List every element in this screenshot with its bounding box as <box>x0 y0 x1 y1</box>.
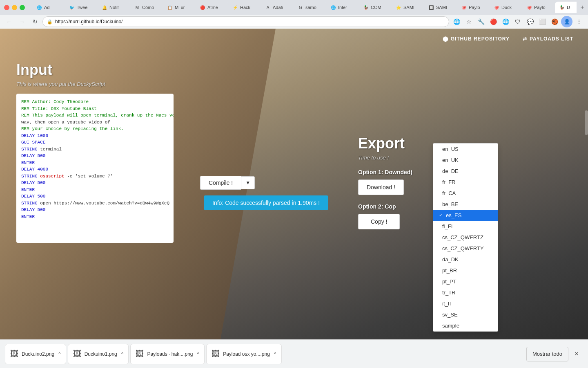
export-section: Export Time to use ! Option 1: Downded) … <box>358 135 412 229</box>
lang-option-cs_CZ_QWERTZ[interactable]: cs_CZ_QWERTZ <box>433 232 498 243</box>
lang-option-en_US[interactable]: en_US <box>433 144 498 155</box>
lang-label: en_US <box>442 146 459 152</box>
lang-option-da_DK[interactable]: da_DK <box>433 254 498 265</box>
lang-option-sample[interactable]: sample <box>433 320 498 331</box>
download-item[interactable]: 🖼 Payload osx yo....png ^ <box>206 344 281 364</box>
tab-label: Hack <box>240 5 250 10</box>
extension4-btn[interactable]: 🛡 <box>512 16 523 27</box>
address-bar[interactable]: 🔒 https://nurrl.github.io/Duckuino/ <box>42 16 449 27</box>
github-repo-label: GITHUB REPOSITORY <box>451 36 510 42</box>
bookmark-btn[interactable]: ☆ <box>463 16 474 27</box>
extension5-btn[interactable]: 💬 <box>524 16 536 27</box>
browser-tab-10[interactable]: 🌐Inter <box>326 2 359 13</box>
browser-tab-12[interactable]: ⭐SAMI <box>392 2 424 13</box>
lang-option-be_BE[interactable]: be_BE <box>433 199 498 210</box>
forward-button[interactable]: → <box>16 16 28 27</box>
option1-label: Option 1: Downded) <box>358 169 412 175</box>
extension7-btn[interactable]: 🏀 <box>549 16 560 27</box>
download-file-icon: 🖼 <box>73 349 81 359</box>
lang-option-pt_PT[interactable]: pt_PT <box>433 276 498 287</box>
lang-option-fr_CA[interactable]: fr_CA <box>433 188 498 199</box>
code-line: GUI SPACE <box>21 139 169 146</box>
close-downloads-button[interactable]: × <box>570 348 583 361</box>
lang-option-pt_BR[interactable]: pt_BR <box>433 265 498 276</box>
page-scrollbar[interactable] <box>585 110 588 135</box>
download-expand-icon[interactable]: ^ <box>197 351 199 357</box>
lang-option-fr_FR[interactable]: fr_FR <box>433 177 498 188</box>
browser-tab-7[interactable]: ⚡Hack <box>228 2 261 13</box>
browser-tab-13[interactable]: 🔲SAMI <box>424 2 457 13</box>
code-line: REM This payload will open terminal, cra… <box>21 112 169 119</box>
lang-option-cs_CZ_QWERTY[interactable]: cs_CZ_QWERTY <box>433 243 498 254</box>
browser-tab-1[interactable]: 🌐Ad <box>32 2 65 13</box>
lang-label: be_BE <box>442 201 458 207</box>
lang-option-fi_FI[interactable]: fi_FI <box>433 221 498 232</box>
minimize-window-btn[interactable] <box>12 5 17 10</box>
translate-btn[interactable]: 🌐 <box>451 16 462 27</box>
payloads-list-link[interactable]: ⇄ PAYLOADS LIST <box>516 33 580 45</box>
input-section: Input This is where you put the DuckyScr… <box>16 61 174 243</box>
lang-option-tr_TR[interactable]: tr_TR <box>433 287 498 298</box>
code-line: DELAY 500 <box>21 206 169 213</box>
option2-label: Option 2: Cop <box>358 203 412 210</box>
browser-tab-2[interactable]: 🐦Twee <box>65 2 98 13</box>
code-line: DELAY 4000 <box>21 166 169 173</box>
browser-tab-15[interactable]: 🐙Duck <box>490 2 522 13</box>
browser-tab-11[interactable]: 🦆COM <box>359 2 392 13</box>
browser-tab-3[interactable]: 🔔Notif <box>98 2 130 13</box>
browser-tab-4[interactable]: MCómo <box>130 2 163 13</box>
nav-bar: ← → ↻ 🔒 https://nurrl.github.io/Duckuino… <box>0 15 588 29</box>
browser-tab-6[interactable]: 🔴Atme <box>196 2 228 13</box>
download-item[interactable]: 🖼 Duckuino2.png ^ <box>5 344 66 364</box>
tab-bar: 🌐Ad🐦Twee🔔NotifMCómo📋Mi ur🔴Atme⚡HackAAdaf… <box>29 0 577 15</box>
lang-option-sv_SE[interactable]: sv_SE <box>433 309 498 320</box>
tab-label: Mi ur <box>175 5 185 10</box>
browser-tab-17[interactable]: 🦆D× <box>555 2 577 13</box>
download-item[interactable]: 🖼 Duckuino1.png ^ <box>68 344 129 364</box>
download-expand-icon[interactable]: ^ <box>58 351 61 357</box>
menu-btn[interactable]: ⋮ <box>573 16 585 27</box>
extension6-btn[interactable]: ⬜ <box>537 16 548 27</box>
code-editor[interactable]: REM Author: Cody TheodoreREM Title: OSX … <box>16 94 174 243</box>
compile-dropdown-button[interactable]: ▼ <box>241 176 255 189</box>
browser-tab-9[interactable]: Gsamo <box>294 2 326 13</box>
browser-tab-8[interactable]: AAdafi <box>261 2 294 13</box>
lang-option-en_UK[interactable]: en_UK <box>433 155 498 166</box>
back-button[interactable]: ← <box>3 16 15 27</box>
copy-button[interactable]: Copy ! <box>358 214 400 229</box>
browser-tab-5[interactable]: 📋Mi ur <box>163 2 196 13</box>
compile-button[interactable]: Compile ! <box>200 176 241 190</box>
code-line: STRING terminal <box>21 146 169 153</box>
tab-label: Ad <box>44 5 49 10</box>
extension2-btn[interactable]: 🔴 <box>488 16 499 27</box>
maximize-window-btn[interactable] <box>20 5 25 10</box>
download-expand-icon[interactable]: ^ <box>274 351 276 357</box>
reload-button[interactable]: ↻ <box>29 16 41 27</box>
payloads-icon: ⇄ <box>523 36 527 42</box>
show-all-downloads-button[interactable]: Mostrar todo <box>526 347 568 361</box>
code-line: DELAY 500 <box>21 180 169 186</box>
code-line: REM Author: Cody Theodore <box>21 99 169 105</box>
new-tab-button[interactable]: + <box>577 2 588 13</box>
downloads-bar: 🖼 Duckuino2.png ^ 🖼 Duckuino1.png ^ 🖼 Pa… <box>0 339 588 368</box>
download-expand-icon[interactable]: ^ <box>121 351 124 357</box>
download-button[interactable]: Download ! <box>358 180 404 195</box>
lang-option-it_IT[interactable]: it_IT <box>433 298 498 309</box>
browser-tab-14[interactable]: 🐙Paylo <box>457 2 490 13</box>
profile-button[interactable]: 👤 <box>561 16 572 27</box>
lang-label: de_DE <box>442 168 459 174</box>
download-item[interactable]: 🖼 Payloads · hak....png ^ <box>130 344 205 364</box>
download-filename: Duckuino1.png <box>85 351 117 357</box>
extension1-btn[interactable]: 🔧 <box>475 16 487 27</box>
code-line: ENTER <box>21 186 169 193</box>
github-repo-link[interactable]: ⬤ GITHUB REPOSITORY <box>436 33 516 45</box>
lang-option-de_DE[interactable]: de_DE <box>433 166 498 177</box>
code-line: REM your choice by replacing the link. <box>21 126 169 132</box>
tab-favicon: ⚡ <box>232 4 238 10</box>
browser-tab-16[interactable]: 🐙Paylo <box>522 2 555 13</box>
lang-label: pt_PT <box>442 278 457 285</box>
extension3-btn[interactable]: 🌐 <box>500 16 511 27</box>
tab-label: Paylo <box>469 5 480 10</box>
lang-option-es_ES[interactable]: ✓es_ES <box>433 210 498 221</box>
close-window-btn[interactable] <box>4 5 9 10</box>
